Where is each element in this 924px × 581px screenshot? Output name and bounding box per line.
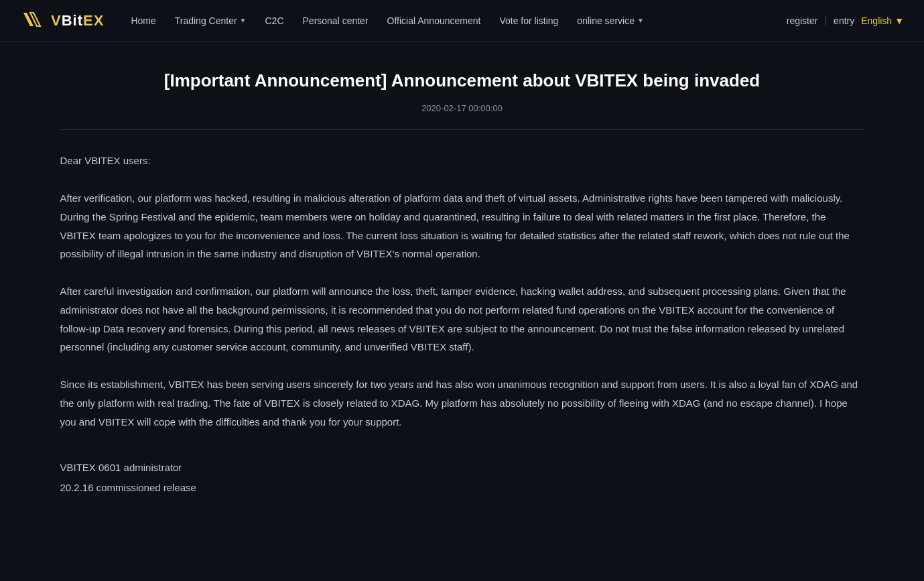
article-date: 2020-02-17 00:00:00	[60, 103, 864, 113]
trading-center-arrow: ▼	[240, 17, 247, 24]
article-body: Dear VBITEX users: After verification, o…	[60, 151, 864, 431]
register-link[interactable]: register	[787, 15, 818, 26]
nav-home[interactable]: Home	[131, 15, 155, 26]
article-greeting: Dear VBITEX users:	[60, 151, 864, 170]
nav-divider: |	[824, 15, 827, 26]
footer-line-2: 20.2.16 commissioned release	[60, 478, 864, 498]
nav-personal-center[interactable]: Personal center	[303, 15, 369, 26]
svg-marker-0	[23, 13, 34, 26]
logo-text: VBitEX	[51, 12, 104, 29]
nav-c2c[interactable]: C2C	[265, 15, 284, 26]
navbar: VBitEX Home Trading Center ▼ C2C Persona…	[0, 0, 924, 42]
nav-online-service[interactable]: online service ▼	[577, 15, 644, 26]
logo[interactable]: VBitEX	[20, 7, 104, 34]
nav-vote-for-listing[interactable]: Vote for listing	[499, 15, 558, 26]
article-divider	[60, 129, 864, 130]
language-selector[interactable]: English ▼	[861, 15, 904, 26]
online-service-arrow: ▼	[637, 17, 644, 24]
article-paragraph-2: After careful investigation and confirma…	[60, 282, 864, 357]
nav-official-announcement[interactable]: Official Announcement	[387, 15, 481, 26]
article-paragraph-3: Since its establishment, VBITEX has been…	[60, 375, 864, 431]
nav-links: Home Trading Center ▼ C2C Personal cente…	[131, 15, 786, 26]
footer-line-1: VBITEX 0601 administrator	[60, 458, 864, 478]
nav-trading-center[interactable]: Trading Center ▼	[175, 15, 247, 26]
article-paragraph-1: After verification, our platform was hac…	[60, 189, 864, 263]
logo-icon	[20, 7, 47, 34]
main-content: [Important Announcement] Announcement ab…	[27, 42, 898, 538]
nav-right: register | entry English ▼	[787, 15, 904, 26]
article-footer: VBITEX 0601 administrator 20.2.16 commis…	[60, 458, 864, 498]
entry-link[interactable]: entry	[834, 15, 854, 26]
article-title: [Important Announcement] Announcement ab…	[60, 68, 864, 92]
language-arrow-icon: ▼	[895, 15, 904, 26]
